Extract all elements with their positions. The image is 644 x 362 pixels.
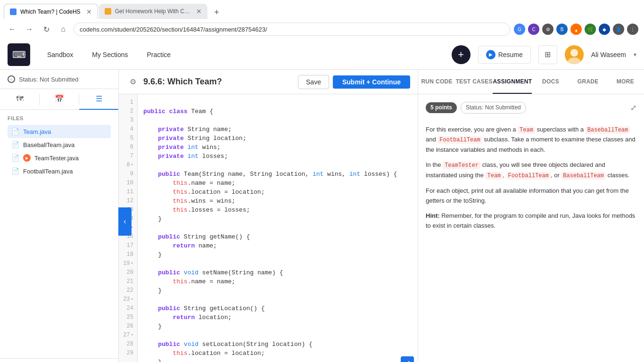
line-num-11: 11 <box>119 188 137 197</box>
assignment-description-2: In the TeamTester class, you will see th… <box>426 160 636 180</box>
line-num-10: 10 <box>119 179 137 188</box>
resume-button[interactable]: ▶ Resume <box>478 46 531 64</box>
extension-7[interactable]: ◆ <box>599 24 610 35</box>
back-button[interactable]: ← <box>6 23 19 36</box>
reload-button[interactable]: ↻ <box>40 23 53 36</box>
files-section: FILES 📄 Team.java 📄 BaseballTeam.java 📄 … <box>0 110 118 358</box>
editor-title: 9.6.6: Which Team? <box>143 77 294 87</box>
menu-button[interactable]: ⋮ <box>627 24 638 35</box>
settings-icon[interactable]: ⚙ <box>126 75 140 89</box>
tab-docs[interactable]: DOCS <box>532 70 569 94</box>
save-button[interactable]: Save <box>298 75 329 89</box>
file-special-badge: ▶ <box>23 154 31 162</box>
panel-content: 5 points Status: Not Submitted ⤢ For thi… <box>418 94 644 362</box>
status-badge: Status: Not Submitted <box>461 102 526 114</box>
user-name: Ali Waseem <box>591 51 626 58</box>
file-teamtester-java[interactable]: 📄 ▶ TeamTester.java <box>8 151 111 165</box>
assignment-hint: Hint: Remember, for the program to compi… <box>426 211 636 231</box>
line-num-19: 19 <box>119 259 137 268</box>
extension-4[interactable]: B <box>556 24 568 35</box>
user-dropdown-icon[interactable]: ▾ <box>634 51 636 58</box>
forward-button[interactable]: → <box>23 23 36 36</box>
nav-my-sections[interactable]: My Sections <box>83 47 137 62</box>
tab-bar: Which Team? | CodeHS ✕ Get Homework Help… <box>0 0 644 19</box>
file-baseball-java[interactable]: 📄 BaseballTeam.java <box>8 138 111 151</box>
tab-test-cases[interactable]: TEST CASES <box>455 70 493 94</box>
team-ref: Team <box>518 126 535 134</box>
app-logo: ⌨ <box>8 43 30 66</box>
assignment-panel: RUN CODE TEST CASES ASSIGNMENT DOCS GRAD… <box>418 70 644 362</box>
line-num-12: 12 <box>119 197 137 206</box>
file-football-java[interactable]: 📄 FootballTeam.java <box>8 165 111 178</box>
panel-badges: 5 points Status: Not Submitted <box>426 102 526 114</box>
assignment-description-3: For each object, print out all available… <box>426 186 636 206</box>
view-button[interactable]: ⊞ <box>538 45 557 64</box>
sidebar-map-btn[interactable]: 🗺 <box>0 89 39 110</box>
teamtester-ref: TeamTester <box>443 162 480 169</box>
resume-label: Resume <box>498 51 523 58</box>
new-tab-button[interactable]: + <box>210 6 223 19</box>
extension-1[interactable]: G <box>514 24 525 35</box>
logo-icon: ⌨ <box>12 49 26 60</box>
browser-chrome: Which Team? | CodeHS ✕ Get Homework Help… <box>0 0 644 40</box>
extension-6[interactable]: 🌿 <box>585 24 596 35</box>
tab-1[interactable]: Which Team? | CodeHS ✕ <box>4 4 98 19</box>
expand-panel-icon[interactable]: ⤢ <box>630 102 636 114</box>
nav-practice[interactable]: Practice <box>138 47 181 62</box>
extension-8[interactable]: 👤 <box>613 24 624 35</box>
extension-3[interactable]: ⚙ <box>542 24 553 35</box>
avatar-image <box>565 45 584 64</box>
collapse-icon: ‹ <box>124 217 126 226</box>
code-content[interactable]: public class Team { private String name;… <box>138 94 418 362</box>
sidebar-calendar-btn[interactable]: 📅 <box>40 89 79 110</box>
play-icon: ▶ <box>486 50 495 59</box>
nav-sandbox[interactable]: Sandbox <box>38 47 83 62</box>
sidebar-collapse-button[interactable]: ‹ <box>118 207 132 236</box>
line-num-6: 6 <box>119 143 137 152</box>
file-icon-1: 📄 <box>11 128 19 135</box>
address-bar: ← → ↻ ⌂ G C ⚙ B 🔥 🌿 ◆ 👤 ⋮ <box>0 19 644 40</box>
line-num-8: 8 <box>119 161 137 170</box>
tab-assignment[interactable]: ASSIGNMENT <box>493 70 532 94</box>
expand-button[interactable]: ⤢ <box>401 356 414 362</box>
tab-grade[interactable]: GRADE <box>570 70 607 94</box>
assignment-description-1: For this exercise, you are given a Team … <box>426 125 636 155</box>
extension-2[interactable]: C <box>528 24 539 35</box>
home-button[interactable]: ⌂ <box>57 23 70 36</box>
submit-button[interactable]: Submit + Continue <box>333 75 410 89</box>
url-input[interactable] <box>74 23 510 36</box>
hint-bold: Hint: <box>426 212 440 219</box>
tab-2[interactable]: Get Homework Help With Chegg ✕ <box>99 4 207 19</box>
line-num-26: 26 <box>119 322 137 331</box>
baseball-ref-2: BaseballTeam <box>561 172 605 180</box>
file-name-1: Team.java <box>23 128 51 135</box>
code-area[interactable]: 1 2 3 4 5 6 7 8 9 10 11 12 13 14 15 16 1… <box>119 94 418 362</box>
sidebar-status: ○ Status: Not Submitted <box>0 70 118 89</box>
code-editor: ⚙ 9.6.6: Which Team? Save Submit + Conti… <box>119 70 418 362</box>
svg-point-1 <box>570 49 578 57</box>
file-team-java[interactable]: 📄 Team.java <box>8 125 111 138</box>
add-button[interactable]: + <box>452 45 471 64</box>
tab-1-label: Which Team? | CodeHS <box>20 8 81 15</box>
file-icon-4: 📄 <box>11 167 19 175</box>
file-icon-2: 📄 <box>11 141 19 148</box>
line-num-24: 24 <box>119 304 137 313</box>
line-num-28: 28 <box>119 340 137 349</box>
extension-5[interactable]: 🔥 <box>570 24 582 35</box>
tab-more[interactable]: MORE <box>607 70 644 94</box>
team-ref-2: Team <box>485 172 503 180</box>
main-layout: ○ Status: Not Submitted 🗺 📅 ☰ FILES 📄 Te… <box>0 70 644 362</box>
inheritance-bar[interactable]: Inheritance ∧ <box>0 358 118 362</box>
sidebar: ○ Status: Not Submitted 🗺 📅 ☰ FILES 📄 Te… <box>0 70 119 362</box>
line-num-23: 23 <box>119 295 137 304</box>
file-name-2: BaseballTeam.java <box>23 141 74 148</box>
line-num-9: 9 <box>119 170 137 179</box>
tab-2-favicon <box>105 8 111 15</box>
sidebar-list-btn[interactable]: ☰ <box>79 89 118 110</box>
line-num-27: 27 <box>119 331 137 340</box>
tab-run-code[interactable]: RUN CODE <box>418 70 455 94</box>
tab-1-close[interactable]: ✕ <box>86 8 92 16</box>
status-text: Status: Not Submitted <box>19 76 78 83</box>
tab-2-close[interactable]: ✕ <box>196 8 202 15</box>
line-num-22: 22 <box>119 286 137 295</box>
